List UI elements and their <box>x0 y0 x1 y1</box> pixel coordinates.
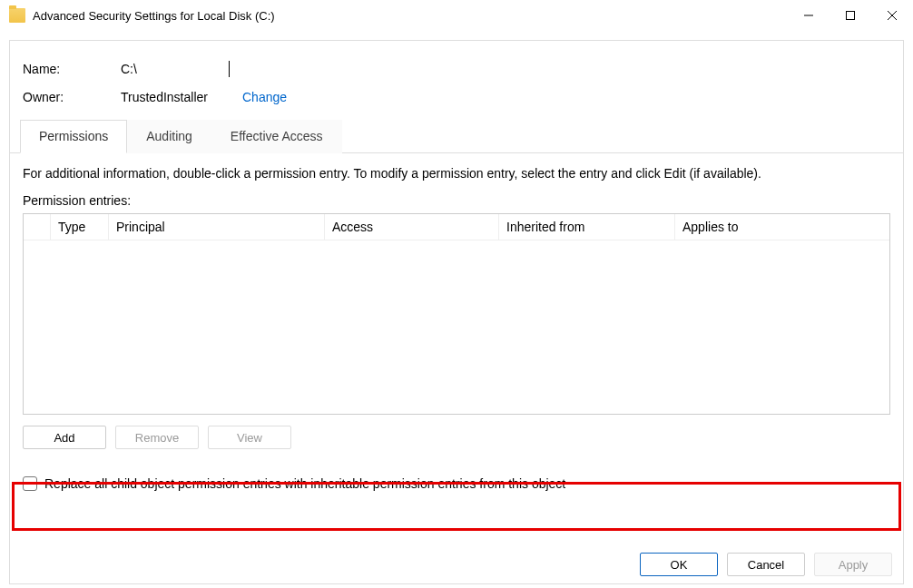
entry-actions: Add Remove View <box>23 426 890 449</box>
view-button: View <box>208 426 291 449</box>
col-principal[interactable]: Principal <box>109 214 325 240</box>
col-access[interactable]: Access <box>325 214 499 240</box>
apply-button: Apply <box>814 553 892 576</box>
cancel-button[interactable]: Cancel <box>727 553 805 576</box>
minimize-button[interactable] <box>788 0 830 31</box>
ok-button[interactable]: OK <box>640 553 718 576</box>
replace-child-entries-row: Replace all child object permission entr… <box>23 476 890 491</box>
dialog-body: Name: C:\ Owner: TrustedInstaller Change… <box>9 40 904 584</box>
window-controls <box>788 0 913 31</box>
owner-value: TrustedInstaller <box>121 90 230 104</box>
col-type[interactable]: Type <box>51 214 109 240</box>
change-owner-link[interactable]: Change <box>242 90 287 104</box>
col-applies-to[interactable]: Applies to <box>675 214 889 240</box>
owner-row: Owner: TrustedInstaller Change <box>10 87 903 107</box>
folder-icon <box>9 8 25 23</box>
tab-effective-access[interactable]: Effective Access <box>211 120 342 153</box>
minimize-icon <box>803 10 814 21</box>
replace-child-entries-checkbox[interactable] <box>23 476 37 491</box>
maximize-icon <box>845 10 856 21</box>
tab-auditing[interactable]: Auditing <box>127 120 211 153</box>
remove-button: Remove <box>115 426 199 449</box>
close-icon <box>887 10 898 21</box>
entries-label: Permission entries: <box>10 186 903 213</box>
tab-permissions[interactable]: Permissions <box>20 120 127 153</box>
table-body-empty <box>24 240 889 414</box>
name-row: Name: C:\ <box>10 41 903 80</box>
maximize-button[interactable] <box>830 0 871 31</box>
permission-entries-table[interactable]: Type Principal Access Inherited from App… <box>23 213 890 415</box>
table-header: Type Principal Access Inherited from App… <box>24 214 889 240</box>
name-label: Name: <box>23 62 121 76</box>
col-inherited-from[interactable]: Inherited from <box>499 214 675 240</box>
title-bar: Advanced Security Settings for Local Dis… <box>0 0 913 31</box>
dialog-footer: OK Cancel Apply <box>640 553 892 576</box>
close-button[interactable] <box>871 0 913 31</box>
col-icon[interactable] <box>24 214 51 240</box>
owner-label: Owner: <box>23 90 121 104</box>
info-text: For additional information, double-click… <box>10 153 903 186</box>
window-title: Advanced Security Settings for Local Dis… <box>33 9 275 23</box>
tab-strip: Permissions Auditing Effective Access <box>10 120 903 153</box>
name-value: C:\ <box>121 61 230 77</box>
svg-rect-1 <box>847 12 855 20</box>
add-button[interactable]: Add <box>23 426 106 449</box>
replace-child-entries-label[interactable]: Replace all child object permission entr… <box>44 476 565 491</box>
